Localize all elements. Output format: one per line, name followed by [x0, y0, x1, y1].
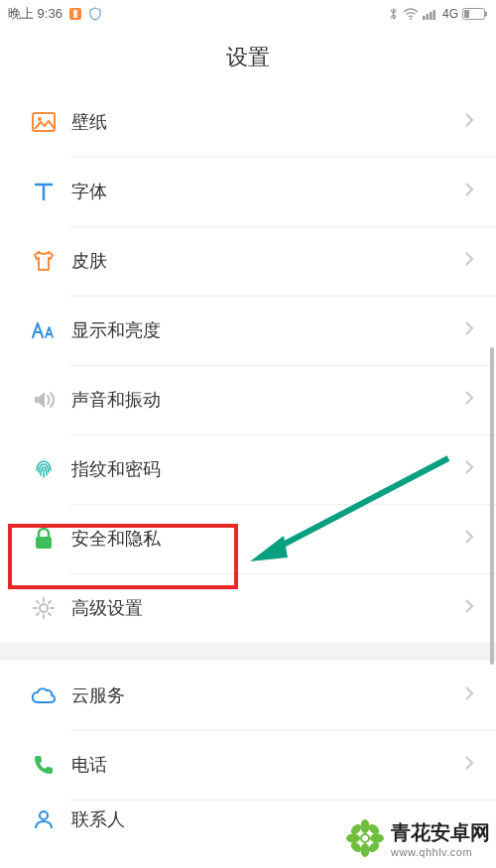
- row-sound[interactable]: 声音和振动: [0, 365, 496, 434]
- chevron-right-icon: [464, 755, 474, 775]
- chevron-right-icon: [464, 529, 474, 549]
- person-icon: [22, 807, 65, 831]
- bluetooth-icon: [388, 7, 399, 21]
- status-left: 晚上 9:36: [8, 5, 102, 23]
- battery-icon: [462, 8, 488, 20]
- row-security[interactable]: 安全和隐私: [0, 504, 496, 573]
- chevron-right-icon: [464, 390, 474, 410]
- lock-icon: [22, 526, 65, 552]
- svg-point-21: [370, 834, 384, 843]
- section-gap: [0, 643, 496, 661]
- watermark-name: 青花安卓网: [391, 819, 490, 846]
- svg-point-19: [361, 843, 370, 857]
- svg-point-18: [361, 819, 370, 833]
- wifi-icon: [403, 8, 419, 20]
- chevron-right-icon: [464, 459, 474, 479]
- fingerprint-icon: [22, 456, 65, 482]
- settings-list[interactable]: 壁纸 字体 皮肤 显示和亮度: [0, 87, 496, 839]
- page-title: 设置: [0, 28, 496, 87]
- status-time: 晚上 9:36: [8, 5, 62, 23]
- row-label: 壁纸: [65, 110, 464, 134]
- row-label: 高级设置: [65, 596, 464, 620]
- screen: 晚上 9:36 4G 设置: [0, 0, 496, 868]
- svg-rect-4: [426, 14, 429, 20]
- speaker-icon: [22, 387, 65, 413]
- row-label: 字体: [65, 180, 464, 203]
- watermark: 青花安卓网 www.qhhlv.com: [345, 818, 490, 858]
- row-label: 显示和亮度: [65, 318, 464, 342]
- svg-rect-12: [36, 537, 52, 549]
- row-label: 指纹和密码: [65, 457, 464, 481]
- row-cloud[interactable]: 云服务: [0, 661, 496, 730]
- status-app-badge-icon: [68, 7, 82, 21]
- row-font[interactable]: 字体: [0, 157, 496, 226]
- svg-point-17: [361, 834, 369, 842]
- row-display[interactable]: 显示和亮度: [0, 296, 496, 365]
- row-advanced[interactable]: 高级设置: [0, 573, 496, 643]
- status-right: 4G: [388, 7, 488, 21]
- row-label: 电话: [65, 753, 464, 777]
- signal-icon: [423, 8, 438, 20]
- chevron-right-icon: [464, 598, 474, 618]
- row-fingerprint[interactable]: 指纹和密码: [0, 434, 496, 504]
- svg-rect-8: [485, 12, 487, 17]
- svg-rect-5: [430, 12, 433, 20]
- row-phone[interactable]: 电话: [0, 730, 496, 800]
- chevron-right-icon: [464, 685, 474, 705]
- row-label: 安全和隐私: [65, 527, 464, 551]
- row-skin[interactable]: 皮肤: [0, 226, 496, 296]
- row-wallpaper[interactable]: 壁纸: [0, 87, 496, 157]
- flower-logo-icon: [345, 818, 385, 858]
- tshirt-icon: [22, 248, 65, 274]
- svg-point-2: [410, 18, 412, 20]
- svg-rect-1: [73, 10, 76, 18]
- svg-rect-3: [423, 16, 426, 20]
- text-icon: [22, 179, 65, 204]
- svg-rect-9: [464, 10, 469, 18]
- chevron-right-icon: [464, 320, 474, 340]
- chevron-right-icon: [464, 251, 474, 271]
- image-icon: [22, 109, 65, 135]
- watermark-url: www.qhhlv.com: [391, 846, 490, 858]
- row-label: 声音和振动: [65, 388, 464, 412]
- font-size-icon: [22, 319, 65, 341]
- svg-point-14: [40, 811, 48, 819]
- row-label: 云服务: [65, 683, 464, 707]
- title-text: 设置: [226, 43, 270, 72]
- svg-point-20: [346, 834, 360, 843]
- svg-rect-6: [433, 10, 435, 20]
- svg-point-11: [38, 117, 42, 121]
- status-bar: 晚上 9:36 4G: [0, 0, 496, 28]
- status-shield-icon: [88, 7, 102, 21]
- network-label: 4G: [442, 7, 458, 21]
- row-label: 皮肤: [65, 249, 464, 273]
- chevron-right-icon: [464, 112, 474, 132]
- gear-icon: [22, 595, 65, 621]
- svg-point-13: [40, 604, 48, 612]
- scrollbar-thumb[interactable]: [490, 347, 494, 665]
- cloud-icon: [22, 685, 65, 705]
- chevron-right-icon: [464, 182, 474, 201]
- phone-icon: [22, 753, 65, 777]
